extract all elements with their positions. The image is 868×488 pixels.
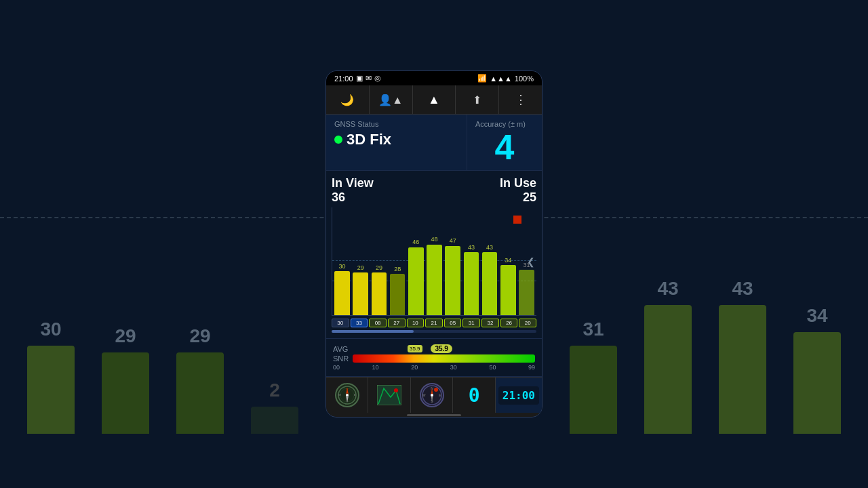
gnss-status-text: 3D Fix [347, 131, 391, 148]
navigate-icon: ▲ [428, 93, 440, 107]
accuracy-panel: Accuracy (± m) 4 [467, 115, 542, 170]
in-use-count: 25 [500, 190, 536, 205]
signal-icon: ▲▲▲ [490, 75, 512, 83]
sat-id-10[interactable]: • 10 [407, 319, 425, 327]
snr-scale-0: 00 [333, 364, 340, 371]
wifi-icon: 📶 [477, 74, 487, 83]
in-view-section: In View 36 [332, 176, 374, 205]
satellite-id-row: + 30 • 33 • 08 • 27 • 10 ▲ 21 [332, 319, 536, 327]
bar-col-31: 34 [500, 265, 517, 315]
snr-scale-99: 99 [528, 364, 535, 371]
accuracy-value: 4 [475, 129, 534, 165]
svg-point-10 [394, 388, 398, 392]
gps-icon: ◎ [374, 74, 381, 83]
svg-text:S: S [346, 399, 348, 403]
snr-scale-30: 30 [450, 364, 457, 371]
gnss-label: GNSS Status [334, 120, 458, 128]
snr-red-segment [353, 354, 393, 363]
compass-nav-button[interactable]: N S W E [326, 378, 368, 413]
sim-icon: ▣ [356, 74, 363, 83]
battery-text: 100% [515, 75, 534, 83]
bottom-navigation: N S W E N S W [326, 377, 542, 413]
snr-scale-10: 10 [372, 364, 379, 371]
in-view-count: 36 [332, 190, 374, 205]
snr-yellow-segment [414, 354, 434, 363]
sat-id-20[interactable]: ▲ 20 [519, 319, 536, 327]
status-left: 21:00 ▣ ✉ ◎ [334, 74, 381, 83]
in-view-label: In View [332, 176, 374, 190]
snr-scale-20: 20 [411, 364, 418, 371]
bg-bar-group: 43 [719, 278, 766, 434]
status-bar: 21:00 ▣ ✉ ◎ 📶 ▲▲▲ 100% [326, 71, 542, 85]
snr-orange-segment [393, 354, 414, 363]
snr-green-segment [434, 354, 535, 363]
bg-bar-group: 31 [570, 319, 617, 434]
toolbar: 🌙 👤▲ ▲ ⬆ ⋮ [326, 85, 542, 115]
svg-point-19 [431, 394, 433, 396]
sat-id-30[interactable]: + 30 [332, 319, 349, 327]
bg-bar-group: 2 [251, 380, 298, 434]
satellite-chart: 30 29 29 28 46 [332, 207, 536, 316]
bar-col-43b: 43 [481, 252, 498, 315]
sat-id-08[interactable]: • 08 [369, 319, 387, 327]
chart-scroll-arrow[interactable]: ❮ [527, 256, 535, 267]
status-right: 📶 ▲▲▲ 100% [477, 74, 534, 83]
bg-bar-group: 29 [176, 325, 224, 434]
sat-id-31[interactable]: ▲ 31 [462, 319, 480, 327]
moon-icon: 🌙 [340, 94, 354, 106]
snr-avg-row: AVG 35.9 [333, 344, 535, 353]
svg-text:W: W [338, 393, 341, 396]
in-use-section: In Use 25 [500, 176, 536, 205]
sat-id-21[interactable]: ▲ 21 [425, 319, 443, 327]
snr-panel: AVG 35.9 SNR 35.9 00 10 20 [326, 339, 542, 377]
bg-bar-group: 30 [27, 319, 75, 434]
sat-id-27[interactable]: • 27 [388, 319, 406, 327]
status-time: 21:00 [334, 75, 353, 83]
navigate-button[interactable]: ▲ [413, 85, 456, 114]
snr-scale: 00 10 20 30 50 99 [333, 364, 535, 371]
bar-col-28: 28 [389, 274, 406, 315]
svg-text:E: E [353, 393, 355, 396]
snr-label: SNR [333, 354, 349, 363]
night-mode-button[interactable]: 🌙 [326, 85, 370, 114]
map-nav-button[interactable] [368, 378, 410, 413]
sat-id-33[interactable]: • 33 [351, 319, 368, 327]
menu-button[interactable]: ⋮ [499, 85, 542, 114]
sat-id-26[interactable]: + 26 [500, 319, 518, 327]
person-icon: 👤▲ [378, 94, 403, 106]
gnss-panel: GNSS Status 3D Fix [326, 115, 467, 170]
msg-icon: ✉ [366, 74, 372, 83]
counter-nav-button[interactable]: 0 [453, 378, 495, 413]
profile-button[interactable]: 👤▲ [370, 85, 413, 114]
bg-bar-group: 34 [793, 305, 841, 434]
alert-indicator [513, 216, 521, 224]
home-bar [407, 414, 461, 416]
bar-col-29a: 29 [352, 272, 369, 315]
needle-icon: N S W E [420, 383, 444, 407]
bearing-nav-button[interactable]: N S W E [411, 378, 453, 413]
share-button[interactable]: ⬆ [456, 85, 499, 114]
snr-avg-label: AVG [333, 345, 348, 353]
satellite-header: In View 36 In Use 25 [332, 176, 536, 205]
svg-text:N: N [346, 387, 348, 390]
snr-avg-badge: 35.9 [431, 344, 452, 353]
snr-bar [353, 354, 535, 363]
bar-col-43a: 43 [462, 252, 479, 315]
bg-bar-group: 29 [102, 325, 149, 434]
snr-scale-50: 50 [489, 364, 496, 371]
scrollbar-thumb [332, 330, 414, 333]
clock-display: 21:00 [498, 386, 539, 405]
bar-col-31b: 31 [518, 270, 535, 315]
clock-nav-button[interactable]: 21:00 [496, 378, 542, 413]
bar-col-46: 46 [408, 247, 425, 315]
gnss-indicator-dot [334, 136, 342, 144]
sat-id-05[interactable]: ▲ 05 [444, 319, 462, 327]
svg-text:W: W [422, 393, 425, 397]
snr-avg-marker: 35.9 [408, 345, 422, 352]
share-icon: ⬆ [473, 94, 481, 106]
compass-icon: N S W E [335, 383, 359, 407]
svg-point-4 [346, 394, 349, 396]
more-icon: ⋮ [515, 92, 527, 107]
satellite-scrollbar[interactable] [332, 330, 536, 333]
sat-id-32[interactable]: ▲ 32 [481, 319, 499, 327]
